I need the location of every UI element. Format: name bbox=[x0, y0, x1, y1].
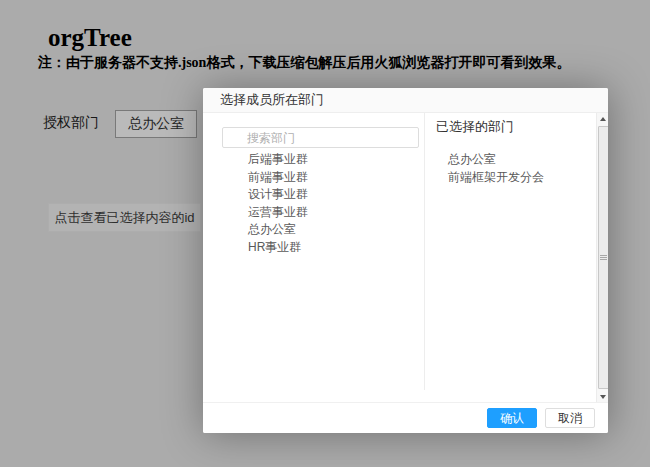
scroll-up-button[interactable] bbox=[597, 113, 608, 125]
selected-pane: 已选择的部门 总办公室 前端框架开发分会 bbox=[425, 113, 596, 403]
scrollbar-grip-icon bbox=[600, 255, 607, 261]
cancel-button[interactable]: 取消 bbox=[545, 408, 595, 428]
department-picker-dialog: 选择成员所在部门 后端事业群 前端事业群 设计事业群 运营事业群 总办公室 HR… bbox=[203, 88, 608, 433]
confirm-button-label: 确认 bbox=[500, 410, 524, 427]
selected-department-item[interactable]: 前端框架开发分会 bbox=[448, 169, 596, 187]
scrollbar-thumb[interactable] bbox=[598, 126, 608, 389]
vertical-scrollbar[interactable] bbox=[596, 113, 608, 403]
cancel-button-label: 取消 bbox=[558, 410, 582, 427]
selected-departments-list: 总办公室 前端框架开发分会 bbox=[425, 151, 596, 186]
dialog-header: 选择成员所在部门 bbox=[203, 88, 608, 113]
dialog-footer: 确认 取消 bbox=[203, 402, 608, 433]
scroll-down-icon bbox=[600, 395, 606, 399]
selected-department-item[interactable]: 总办公室 bbox=[448, 151, 596, 169]
search-department-input[interactable] bbox=[222, 127, 419, 148]
screen: orgTree 注：由于服务器不支持.json格式，下载压缩包解压后用火狐浏览器… bbox=[0, 0, 650, 467]
scroll-up-icon bbox=[600, 117, 606, 121]
dialog-title: 选择成员所在部门 bbox=[220, 88, 324, 112]
selected-departments-header: 已选择的部门 bbox=[436, 118, 514, 135]
confirm-button[interactable]: 确认 bbox=[487, 408, 537, 428]
dialog-body: 后端事业群 前端事业群 设计事业群 运营事业群 总办公室 HR事业群 已选择的部… bbox=[203, 113, 608, 403]
